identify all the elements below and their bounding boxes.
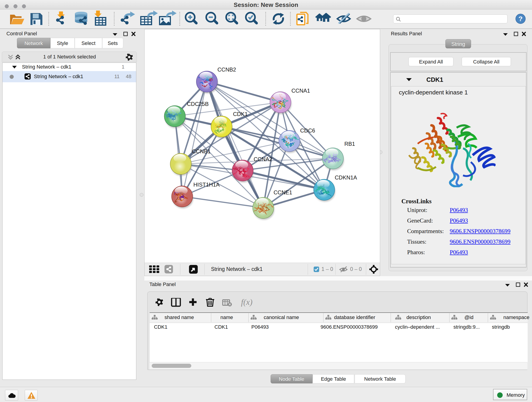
svg-text:?: ? <box>519 15 523 22</box>
svg-text:CDK1: CDK1 <box>233 111 248 117</box>
svg-text:CCNA2: CCNA2 <box>254 156 272 162</box>
svg-text:CDKN1A: CDKN1A <box>335 174 357 181</box>
svg-text:HIST1H1A: HIST1H1A <box>193 182 220 188</box>
svg-text:CCNE1: CCNE1 <box>273 189 292 196</box>
svg-text:f(x): f(x) <box>241 298 253 307</box>
svg-text:CDC6: CDC6 <box>300 128 315 134</box>
svg-text:RB1: RB1 <box>344 141 355 147</box>
svg-text:CCNB1: CCNB1 <box>192 148 210 154</box>
svg-text:CCNB2: CCNB2 <box>217 66 236 73</box>
svg-text:CCNA1: CCNA1 <box>291 88 310 94</box>
svg-text:CDC25B: CDC25B <box>187 101 209 107</box>
